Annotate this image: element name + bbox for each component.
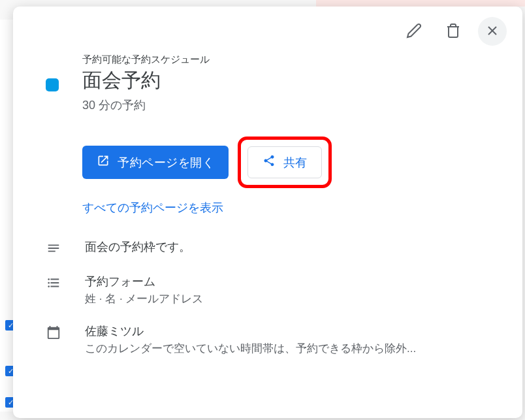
form-fields: 姓 · 名 · メールアドレス [85, 291, 509, 306]
open-button-label: 予約ページを開く [118, 155, 214, 170]
top-actions [26, 17, 509, 46]
calendar-note: このカレンダーで空いていない時間帯は、予約できる枠から除外... [85, 341, 509, 356]
calendar-icon [46, 325, 61, 340]
list-icon [46, 275, 61, 291]
share-icon [262, 154, 276, 170]
calendar-owner: 佐藤ミツル [85, 323, 509, 339]
close-icon [485, 23, 500, 40]
appointment-title: 面会予約 [82, 67, 509, 94]
open-booking-page-button[interactable]: 予約ページを開く [82, 146, 229, 179]
schedule-type-label: 予約可能な予約スケジュール [82, 54, 509, 66]
view-all-pages-link[interactable]: すべての予約ページを表示 [82, 200, 509, 216]
share-button-highlight: 共有 [238, 137, 332, 188]
description-text: 面会の予約枠です。 [85, 239, 509, 255]
form-title: 予約フォーム [85, 274, 509, 289]
open-in-new-icon [97, 154, 110, 170]
trash-icon [445, 23, 461, 40]
share-button[interactable]: 共有 [247, 146, 322, 178]
appointment-schedule-popup: 予約可能な予約スケジュール 面会予約 30 分の予約 予約ページを開く [13, 7, 522, 418]
close-button[interactable] [478, 17, 507, 46]
pencil-icon [406, 23, 422, 40]
event-color-indicator [46, 78, 59, 91]
appointment-duration: 30 分の予約 [82, 97, 509, 113]
delete-button[interactable] [439, 17, 468, 46]
share-button-label: 共有 [283, 155, 307, 170]
edit-button[interactable] [400, 17, 428, 46]
notes-icon [46, 240, 61, 256]
